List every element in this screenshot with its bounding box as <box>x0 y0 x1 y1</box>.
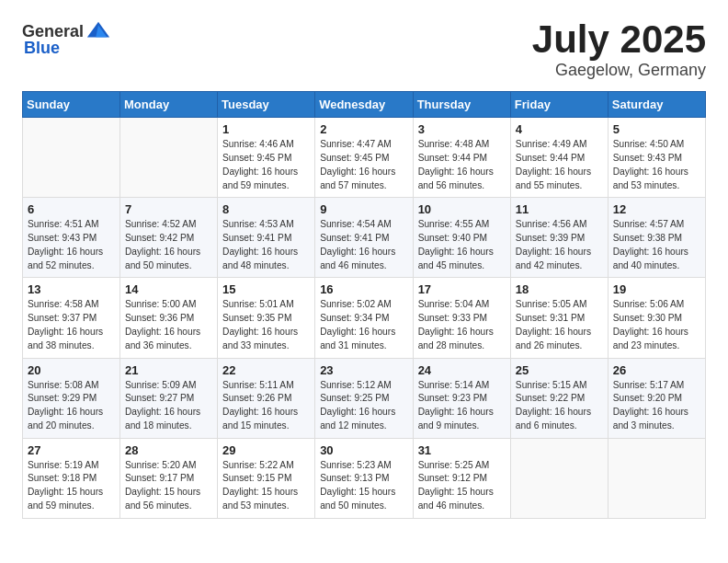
day-number: 20 <box>28 363 115 377</box>
calendar-cell: 19Sunrise: 5:06 AM Sunset: 9:30 PM Dayli… <box>608 278 705 358</box>
day-info: Sunrise: 4:52 AM Sunset: 9:42 PM Dayligh… <box>125 218 212 272</box>
day-info: Sunrise: 4:46 AM Sunset: 9:45 PM Dayligh… <box>222 138 310 192</box>
day-info: Sunrise: 4:51 AM Sunset: 9:43 PM Dayligh… <box>28 218 115 272</box>
calendar-cell: 2Sunrise: 4:47 AM Sunset: 9:45 PM Daylig… <box>315 118 413 198</box>
day-number: 15 <box>222 282 310 296</box>
weekday-header-tuesday: Tuesday <box>218 92 315 118</box>
day-number: 16 <box>320 282 407 296</box>
day-info: Sunrise: 5:25 AM Sunset: 9:12 PM Dayligh… <box>418 459 506 513</box>
calendar-cell: 20Sunrise: 5:08 AM Sunset: 9:29 PM Dayli… <box>23 358 120 438</box>
day-info: Sunrise: 4:55 AM Sunset: 9:40 PM Dayligh… <box>418 218 506 272</box>
day-info: Sunrise: 5:12 AM Sunset: 9:25 PM Dayligh… <box>320 379 407 433</box>
weekday-header-thursday: Thursday <box>413 92 510 118</box>
day-number: 6 <box>28 202 115 216</box>
calendar-week-row: 27Sunrise: 5:19 AM Sunset: 9:18 PM Dayli… <box>23 438 706 518</box>
day-info: Sunrise: 5:06 AM Sunset: 9:30 PM Dayligh… <box>613 298 700 352</box>
page-header: General Blue July 2025 Gaegelow, Germany <box>22 18 706 80</box>
day-number: 27 <box>28 443 115 457</box>
day-info: Sunrise: 5:14 AM Sunset: 9:23 PM Dayligh… <box>418 379 506 433</box>
calendar-cell: 22Sunrise: 5:11 AM Sunset: 9:26 PM Dayli… <box>218 358 315 438</box>
calendar-cell: 1Sunrise: 4:46 AM Sunset: 9:45 PM Daylig… <box>218 118 315 198</box>
day-number: 29 <box>222 443 310 457</box>
day-info: Sunrise: 5:01 AM Sunset: 9:35 PM Dayligh… <box>222 298 310 352</box>
day-info: Sunrise: 5:04 AM Sunset: 9:33 PM Dayligh… <box>418 298 506 352</box>
day-number: 4 <box>516 122 603 136</box>
calendar-cell: 23Sunrise: 5:12 AM Sunset: 9:25 PM Dayli… <box>315 358 413 438</box>
day-info: Sunrise: 5:02 AM Sunset: 9:34 PM Dayligh… <box>320 298 407 352</box>
calendar-cell: 7Sunrise: 4:52 AM Sunset: 9:42 PM Daylig… <box>120 198 218 278</box>
day-number: 8 <box>222 202 310 216</box>
day-info: Sunrise: 4:50 AM Sunset: 9:43 PM Dayligh… <box>613 138 700 192</box>
month-title: July 2025 <box>532 18 706 61</box>
day-number: 17 <box>418 282 506 296</box>
calendar-cell: 13Sunrise: 4:58 AM Sunset: 9:37 PM Dayli… <box>23 278 120 358</box>
day-number: 2 <box>320 122 407 136</box>
calendar-cell: 26Sunrise: 5:17 AM Sunset: 9:20 PM Dayli… <box>608 358 705 438</box>
weekday-header-wednesday: Wednesday <box>315 92 413 118</box>
calendar-cell: 27Sunrise: 5:19 AM Sunset: 9:18 PM Dayli… <box>23 438 120 518</box>
day-info: Sunrise: 4:54 AM Sunset: 9:41 PM Dayligh… <box>320 218 407 272</box>
calendar-cell: 16Sunrise: 5:02 AM Sunset: 9:34 PM Dayli… <box>315 278 413 358</box>
calendar-cell: 25Sunrise: 5:15 AM Sunset: 9:22 PM Dayli… <box>510 358 608 438</box>
day-info: Sunrise: 5:11 AM Sunset: 9:26 PM Dayligh… <box>222 379 310 433</box>
day-number: 18 <box>516 282 603 296</box>
day-number: 31 <box>418 443 506 457</box>
calendar-week-row: 20Sunrise: 5:08 AM Sunset: 9:29 PM Dayli… <box>23 358 706 438</box>
calendar-week-row: 1Sunrise: 4:46 AM Sunset: 9:45 PM Daylig… <box>23 118 706 198</box>
day-number: 7 <box>125 202 212 216</box>
day-number: 12 <box>613 202 700 216</box>
day-info: Sunrise: 4:49 AM Sunset: 9:44 PM Dayligh… <box>516 138 603 192</box>
day-number: 9 <box>320 202 407 216</box>
weekday-header-saturday: Saturday <box>608 92 705 118</box>
day-number: 25 <box>516 363 603 377</box>
calendar-cell: 17Sunrise: 5:04 AM Sunset: 9:33 PM Dayli… <box>413 278 510 358</box>
logo-icon <box>85 18 111 44</box>
day-info: Sunrise: 4:53 AM Sunset: 9:41 PM Dayligh… <box>222 218 310 272</box>
day-number: 10 <box>418 202 506 216</box>
day-number: 26 <box>613 363 700 377</box>
weekday-header-sunday: Sunday <box>23 92 120 118</box>
day-info: Sunrise: 5:08 AM Sunset: 9:29 PM Dayligh… <box>28 379 115 433</box>
calendar-cell: 24Sunrise: 5:14 AM Sunset: 9:23 PM Dayli… <box>413 358 510 438</box>
calendar-cell <box>120 118 218 198</box>
day-number: 3 <box>418 122 506 136</box>
calendar-cell: 15Sunrise: 5:01 AM Sunset: 9:35 PM Dayli… <box>218 278 315 358</box>
calendar-cell: 4Sunrise: 4:49 AM Sunset: 9:44 PM Daylig… <box>510 118 608 198</box>
day-info: Sunrise: 4:58 AM Sunset: 9:37 PM Dayligh… <box>28 298 115 352</box>
day-info: Sunrise: 5:05 AM Sunset: 9:31 PM Dayligh… <box>516 298 603 352</box>
day-number: 30 <box>320 443 407 457</box>
day-number: 28 <box>125 443 212 457</box>
calendar-cell: 29Sunrise: 5:22 AM Sunset: 9:15 PM Dayli… <box>218 438 315 518</box>
calendar-cell: 21Sunrise: 5:09 AM Sunset: 9:27 PM Dayli… <box>120 358 218 438</box>
calendar-cell: 14Sunrise: 5:00 AM Sunset: 9:36 PM Dayli… <box>120 278 218 358</box>
day-number: 19 <box>613 282 700 296</box>
calendar-cell: 11Sunrise: 4:56 AM Sunset: 9:39 PM Dayli… <box>510 198 608 278</box>
location-title: Gaegelow, Germany <box>532 61 706 80</box>
calendar-header-row: SundayMondayTuesdayWednesdayThursdayFrid… <box>23 92 706 118</box>
day-number: 23 <box>320 363 407 377</box>
calendar-week-row: 6Sunrise: 4:51 AM Sunset: 9:43 PM Daylig… <box>23 198 706 278</box>
calendar-cell: 9Sunrise: 4:54 AM Sunset: 9:41 PM Daylig… <box>315 198 413 278</box>
calendar-cell: 3Sunrise: 4:48 AM Sunset: 9:44 PM Daylig… <box>413 118 510 198</box>
logo-blue: Blue <box>24 39 60 58</box>
day-info: Sunrise: 5:17 AM Sunset: 9:20 PM Dayligh… <box>613 379 700 433</box>
title-block: July 2025 Gaegelow, Germany <box>532 18 706 80</box>
day-number: 11 <box>516 202 603 216</box>
calendar-cell: 12Sunrise: 4:57 AM Sunset: 9:38 PM Dayli… <box>608 198 705 278</box>
day-number: 21 <box>125 363 212 377</box>
day-info: Sunrise: 4:56 AM Sunset: 9:39 PM Dayligh… <box>516 218 603 272</box>
calendar-cell: 6Sunrise: 4:51 AM Sunset: 9:43 PM Daylig… <box>23 198 120 278</box>
day-number: 5 <box>613 122 700 136</box>
calendar-cell <box>23 118 120 198</box>
calendar-cell <box>608 438 705 518</box>
calendar-table: SundayMondayTuesdayWednesdayThursdayFrid… <box>22 91 706 519</box>
calendar-cell: 31Sunrise: 5:25 AM Sunset: 9:12 PM Dayli… <box>413 438 510 518</box>
day-number: 22 <box>222 363 310 377</box>
day-info: Sunrise: 5:09 AM Sunset: 9:27 PM Dayligh… <box>125 379 212 433</box>
day-info: Sunrise: 4:57 AM Sunset: 9:38 PM Dayligh… <box>613 218 700 272</box>
calendar-cell: 30Sunrise: 5:23 AM Sunset: 9:13 PM Dayli… <box>315 438 413 518</box>
day-info: Sunrise: 4:47 AM Sunset: 9:45 PM Dayligh… <box>320 138 407 192</box>
day-info: Sunrise: 5:19 AM Sunset: 9:18 PM Dayligh… <box>28 459 115 513</box>
weekday-header-friday: Friday <box>510 92 608 118</box>
calendar-cell: 18Sunrise: 5:05 AM Sunset: 9:31 PM Dayli… <box>510 278 608 358</box>
